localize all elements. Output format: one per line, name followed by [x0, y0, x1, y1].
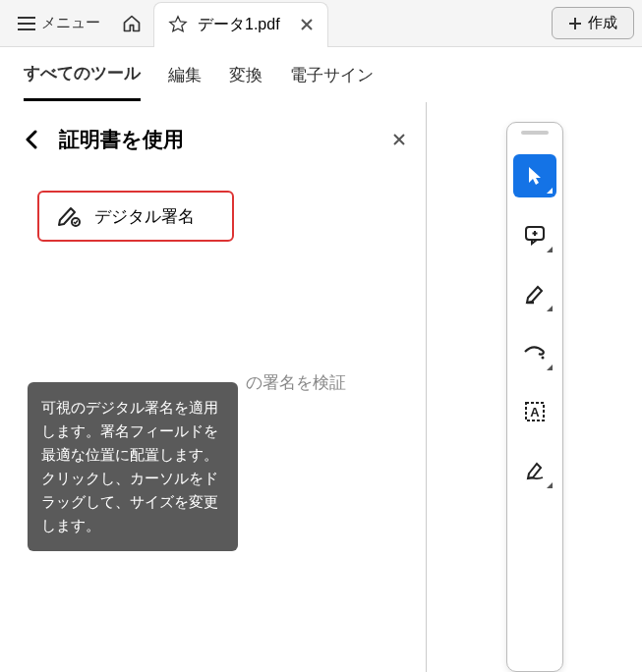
close-icon	[300, 18, 314, 31]
tool-palette: A	[506, 122, 563, 672]
tab-esign[interactable]: 電子サイン	[290, 50, 374, 100]
plus-icon	[568, 17, 582, 30]
signature-pen-icon	[57, 204, 83, 228]
tab-all-tools[interactable]: すべてのツール	[24, 48, 141, 101]
comment-icon	[524, 224, 546, 246]
panel-close-button[interactable]	[392, 133, 406, 146]
comment-tool[interactable]	[513, 213, 556, 256]
draw-tool[interactable]	[513, 331, 556, 374]
tab-convert[interactable]: 変換	[229, 50, 263, 100]
home-button[interactable]	[114, 6, 149, 41]
highlight-tool[interactable]	[513, 272, 556, 315]
menu-button[interactable]: メニュー	[8, 8, 110, 38]
create-label: 作成	[588, 14, 617, 32]
home-icon	[122, 14, 142, 33]
tooltip: 可視のデジタル署名を適用します。署名フィールドを最適な位置に配置します。クリック…	[28, 382, 238, 551]
tab-close-button[interactable]	[300, 18, 314, 31]
star-icon	[168, 15, 188, 34]
tooltip-text: 可視のデジタル署名を適用します。署名フィールドを最適な位置に配置します。クリック…	[41, 399, 218, 533]
text-box-icon: A	[524, 401, 546, 422]
cursor-icon	[525, 165, 545, 187]
tab-title: データ1.pdf	[198, 15, 280, 35]
menu-label: メニュー	[41, 14, 100, 32]
freehand-icon	[523, 344, 547, 362]
tab-edit[interactable]: 編集	[168, 50, 202, 100]
select-tool[interactable]	[513, 154, 556, 197]
back-button[interactable]	[20, 128, 43, 151]
palette-drag-handle[interactable]	[521, 131, 549, 135]
fountain-pen-icon	[524, 460, 546, 481]
verify-label: の署名を検証	[246, 371, 346, 394]
textbox-tool[interactable]: A	[513, 390, 556, 433]
svg-text:A: A	[530, 405, 540, 420]
sign-tool[interactable]	[513, 449, 556, 492]
panel-title: 証明書を使用	[59, 126, 377, 153]
digital-sign-button[interactable]: デジタル署名	[37, 191, 234, 242]
pencil-icon	[524, 283, 546, 305]
digital-sign-label: デジタル署名	[94, 205, 195, 228]
create-button[interactable]: 作成	[552, 7, 634, 39]
close-icon	[392, 133, 406, 146]
svg-point-3	[541, 357, 544, 360]
hamburger-icon	[18, 17, 35, 30]
chevron-left-icon	[25, 130, 38, 149]
document-tab[interactable]: データ1.pdf	[153, 2, 328, 47]
